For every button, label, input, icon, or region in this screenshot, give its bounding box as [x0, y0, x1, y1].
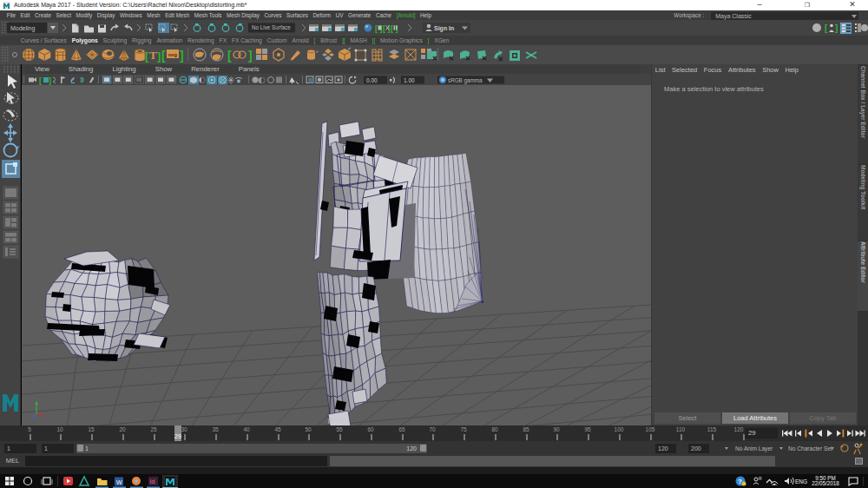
svg-text:]: ]	[180, 49, 184, 63]
svg-text:[: [	[227, 49, 232, 63]
svg-text:Id: Id	[150, 478, 155, 485]
svg-text:0.00: 0.00	[366, 77, 378, 83]
svg-text:W: W	[116, 479, 122, 485]
svg-text:1.00: 1.00	[404, 77, 415, 83]
svg-text:R: R	[759, 476, 762, 481]
svg-text:]: ]	[248, 49, 253, 63]
svg-text:[: [	[825, 23, 828, 33]
svg-text:[: [	[391, 24, 393, 33]
svg-text:[: [	[375, 24, 378, 33]
svg-text:persp: persp	[328, 416, 345, 424]
svg-text:]: ]	[49, 76, 51, 85]
svg-text:]: ]	[157, 49, 161, 63]
svg-text:[: [	[383, 24, 385, 33]
svg-text:]: ]	[835, 23, 838, 33]
svg-text:No Live Surface: No Live Surface	[252, 24, 291, 30]
svg-text:Sign In: Sign In	[434, 25, 454, 32]
svg-text:svg: svg	[168, 52, 178, 57]
svg-text:?: ?	[738, 478, 742, 485]
svg-text:[: [	[39, 76, 42, 85]
svg-text:sRGB gamma: sRGB gamma	[448, 77, 483, 84]
svg-text:T: T	[149, 49, 157, 62]
svg-text:[: [	[161, 49, 166, 63]
svg-text:Modeling: Modeling	[10, 25, 36, 32]
